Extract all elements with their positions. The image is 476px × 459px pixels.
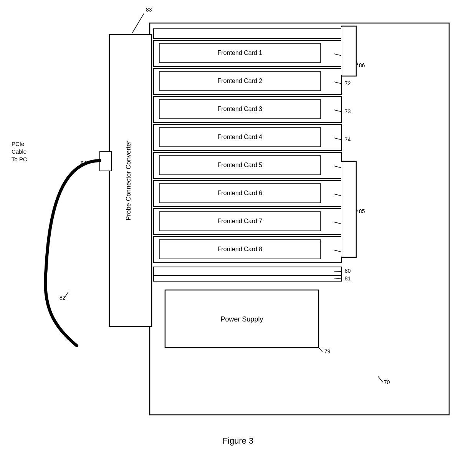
svg-text:Figure 3: Figure 3: [223, 436, 254, 446]
svg-rect-27: [154, 181, 342, 207]
svg-rect-42: [154, 267, 342, 275]
svg-text:85: 85: [359, 208, 365, 214]
svg-line-26: [334, 166, 342, 168]
svg-line-71: [356, 209, 358, 211]
svg-line-58: [93, 161, 98, 161]
svg-line-6: [334, 54, 342, 56]
svg-rect-13: [159, 99, 321, 119]
svg-line-51: [319, 348, 322, 352]
svg-text:86: 86: [359, 62, 365, 68]
svg-line-11: [334, 82, 342, 84]
svg-text:Power Supply: Power Supply: [220, 315, 263, 323]
svg-text:72: 72: [345, 80, 351, 86]
svg-line-47: [334, 278, 342, 279]
svg-text:81: 81: [345, 275, 351, 282]
svg-text:76: 76: [345, 192, 351, 199]
svg-text:71: 71: [345, 52, 351, 58]
svg-text:73: 73: [345, 108, 351, 114]
svg-rect-17: [154, 124, 342, 151]
svg-text:83: 83: [146, 7, 152, 13]
svg-text:PCIe: PCIe: [12, 141, 24, 147]
svg-text:70: 70: [384, 379, 390, 385]
svg-rect-0: [150, 23, 449, 415]
svg-rect-38: [159, 240, 321, 259]
svg-text:80: 80: [345, 268, 351, 274]
svg-line-55: [132, 13, 144, 33]
svg-rect-45: [154, 276, 342, 281]
svg-line-73: [378, 376, 383, 382]
svg-rect-28: [159, 184, 321, 203]
svg-line-21: [334, 138, 342, 140]
svg-text:Frontend Card 4: Frontend Card 4: [218, 134, 263, 140]
svg-rect-68: [342, 161, 356, 257]
svg-text:77: 77: [345, 220, 351, 227]
svg-rect-7: [154, 68, 342, 94]
svg-text:75: 75: [345, 164, 351, 171]
svg-rect-32: [154, 209, 342, 235]
svg-rect-22: [154, 152, 342, 179]
svg-rect-18: [159, 128, 321, 147]
svg-text:Frontend Card 1: Frontend Card 1: [218, 50, 263, 56]
svg-line-67: [356, 60, 358, 65]
svg-text:74: 74: [345, 136, 351, 143]
svg-text:Frontend Card 8: Frontend Card 8: [218, 246, 263, 252]
svg-text:Frontend Card 7: Frontend Card 7: [218, 218, 263, 224]
svg-rect-23: [159, 156, 321, 175]
svg-text:Probe Connector Converter: Probe Connector Converter: [125, 141, 132, 220]
svg-rect-3: [159, 43, 321, 63]
svg-line-44: [334, 271, 342, 272]
diagram-container: Frontend Card 1 71 Frontend Card 2 72 Fr…: [0, 0, 476, 459]
svg-text:84: 84: [81, 160, 87, 166]
svg-line-16: [334, 110, 342, 112]
svg-rect-48: [165, 290, 319, 348]
svg-text:79: 79: [324, 348, 331, 355]
svg-text:Frontend Card 2: Frontend Card 2: [218, 78, 263, 84]
svg-text:To PC: To PC: [12, 156, 27, 162]
diagram-svg: Frontend Card 1 71 Frontend Card 2 72 Fr…: [0, 0, 476, 459]
svg-rect-1: [154, 29, 342, 38]
svg-text:Cable: Cable: [12, 148, 26, 155]
svg-rect-33: [159, 212, 321, 231]
svg-text:78: 78: [345, 249, 351, 255]
svg-rect-64: [342, 26, 356, 76]
svg-rect-52: [109, 35, 152, 326]
svg-text:Frontend Card 3: Frontend Card 3: [218, 106, 263, 112]
svg-line-63: [64, 292, 68, 298]
svg-rect-12: [154, 96, 342, 123]
svg-line-41: [334, 250, 342, 252]
svg-rect-37: [154, 237, 342, 263]
svg-line-31: [334, 194, 342, 196]
svg-rect-8: [159, 71, 321, 91]
svg-line-36: [334, 222, 342, 224]
svg-rect-2: [154, 40, 342, 66]
svg-text:Frontend Card 6: Frontend Card 6: [218, 190, 263, 196]
svg-text:82: 82: [60, 295, 66, 301]
svg-text:Frontend Card 5: Frontend Card 5: [218, 162, 263, 168]
svg-rect-56: [100, 152, 111, 171]
